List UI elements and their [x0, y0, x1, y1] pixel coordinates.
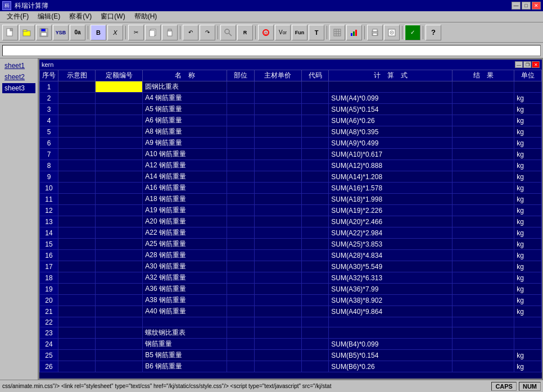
table-cell[interactable] [254, 261, 301, 272]
table-cell[interactable]: A6 钢筋重量 [143, 115, 227, 126]
table-cell[interactable] [227, 81, 255, 93]
table-cell[interactable] [301, 81, 329, 93]
table-cell[interactable]: SUM(B4)*0.099 [329, 339, 452, 350]
table-cell[interactable]: kg [514, 239, 542, 250]
table-cell[interactable] [452, 272, 514, 284]
menu-view[interactable]: 察看(V) [65, 11, 96, 22]
font-btn[interactable]: YSB [53, 25, 69, 40]
table-cell[interactable] [96, 272, 143, 284]
table-cell[interactable] [301, 361, 329, 372]
table-cell[interactable] [96, 339, 143, 350]
table-row[interactable]: 22 [40, 317, 542, 327]
table-cell[interactable] [96, 104, 143, 115]
new-button[interactable] [2, 25, 18, 40]
table-cell[interactable]: SUM(B5)*0.154 [329, 350, 452, 361]
table-cell[interactable]: SUM(A40)*9.864 [329, 306, 452, 317]
table-cell[interactable]: kg [514, 126, 542, 138]
table-cell[interactable] [58, 339, 96, 350]
table-cell[interactable] [329, 81, 452, 93]
table-cell[interactable] [96, 284, 143, 295]
table-cell[interactable] [58, 350, 96, 361]
var-btn[interactable]: Vor [275, 25, 291, 40]
table-cell[interactable] [301, 104, 329, 115]
paste-button[interactable] [162, 25, 178, 40]
table-cell[interactable] [58, 216, 96, 227]
table-cell[interactable] [452, 149, 514, 160]
table-cell[interactable]: A8 钢筋重量 [143, 126, 227, 138]
table-cell[interactable] [227, 239, 255, 250]
save-button[interactable] [36, 25, 52, 40]
table-cell[interactable]: SUM(A14)*1.208 [329, 171, 452, 183]
table-cell[interactable]: kg [514, 149, 542, 160]
close-button[interactable]: ✕ [532, 2, 541, 10]
table-cell[interactable] [58, 317, 96, 327]
table-btn[interactable] [329, 25, 345, 40]
table-cell[interactable] [452, 317, 514, 327]
table-cell[interactable]: A25 钢筋重量 [143, 239, 227, 250]
table-cell[interactable]: A5 钢筋重量 [143, 104, 227, 115]
table-cell[interactable]: kg [514, 138, 542, 149]
table-cell[interactable] [452, 81, 514, 93]
table-cell[interactable] [58, 227, 96, 239]
table-cell[interactable]: kg [514, 350, 542, 361]
table-cell[interactable]: SUM(B6)*0.26 [329, 361, 452, 372]
table-cell[interactable] [301, 183, 329, 194]
table-cell[interactable]: SUM(A9)*0.499 [329, 138, 452, 149]
table-cell[interactable]: A12 钢筋重量 [143, 160, 227, 171]
table-cell[interactable] [301, 93, 329, 104]
table-cell[interactable] [227, 115, 255, 126]
table-cell[interactable] [301, 284, 329, 295]
table-cell[interactable] [301, 350, 329, 361]
table-cell[interactable] [96, 317, 143, 327]
table-row[interactable]: 18A32 钢筋重量SUM(A32)*6.313kg [40, 272, 542, 284]
table-cell[interactable] [227, 93, 255, 104]
table-cell[interactable] [452, 339, 514, 350]
inner-minimize-button[interactable]: — [515, 61, 523, 68]
table-cell[interactable] [254, 284, 301, 295]
table-cell[interactable] [452, 295, 514, 306]
table-cell[interactable] [452, 361, 514, 372]
table-cell[interactable] [254, 361, 301, 372]
table-cell[interactable] [227, 261, 255, 272]
table-cell[interactable]: kg [514, 250, 542, 261]
table-cell[interactable] [452, 350, 514, 361]
table-cell[interactable]: 11 [40, 194, 58, 205]
table-cell[interactable] [227, 272, 255, 284]
table-cell[interactable] [452, 115, 514, 126]
table-row[interactable]: 19A36 钢筋重量SUM(A36)*7.99kg [40, 284, 542, 295]
table-cell[interactable]: A22 钢筋重量 [143, 227, 227, 239]
table-row[interactable]: 25B5 钢筋重量SUM(B5)*0.154kg [40, 350, 542, 361]
table-container[interactable]: 序号 示意图 定额编号 名 称 部位 主材单价 代码 计 算 式 结 果 单位 [39, 70, 542, 379]
table-cell[interactable] [227, 194, 255, 205]
table-cell[interactable] [452, 194, 514, 205]
table-cell[interactable] [329, 327, 452, 339]
table-cell[interactable]: SUM(A30)*5.549 [329, 261, 452, 272]
table-cell[interactable] [96, 306, 143, 317]
table-row[interactable]: 4A6 钢筋重量SUM(A6)*0.26kg [40, 115, 542, 126]
table-cell[interactable] [58, 149, 96, 160]
table-cell[interactable] [254, 250, 301, 261]
table-row[interactable]: 21A40 钢筋重量SUM(A40)*9.864kg [40, 306, 542, 317]
table-cell[interactable] [96, 115, 143, 126]
table-cell[interactable]: 23 [40, 327, 58, 339]
table-cell[interactable] [96, 239, 143, 250]
table-cell[interactable] [96, 93, 143, 104]
table-row[interactable]: 7A10 钢筋重量SUM(A10)*0.617kg [40, 149, 542, 160]
table-cell[interactable] [514, 327, 542, 339]
table-cell[interactable] [452, 216, 514, 227]
table-cell[interactable]: kg [514, 261, 542, 272]
table-cell[interactable] [254, 115, 301, 126]
table-cell[interactable] [301, 272, 329, 284]
table-cell[interactable] [227, 350, 255, 361]
table-cell[interactable] [96, 250, 143, 261]
table-cell[interactable]: A16 钢筋重量 [143, 183, 227, 194]
table-cell[interactable] [58, 115, 96, 126]
table-cell[interactable] [452, 239, 514, 250]
table-cell[interactable] [227, 250, 255, 261]
table-cell[interactable] [254, 104, 301, 115]
table-cell[interactable] [58, 205, 96, 216]
circle-btn[interactable]: O [258, 25, 274, 40]
table-cell[interactable] [254, 205, 301, 216]
table-cell[interactable]: 22 [40, 317, 58, 327]
table-cell[interactable]: 13 [40, 216, 58, 227]
